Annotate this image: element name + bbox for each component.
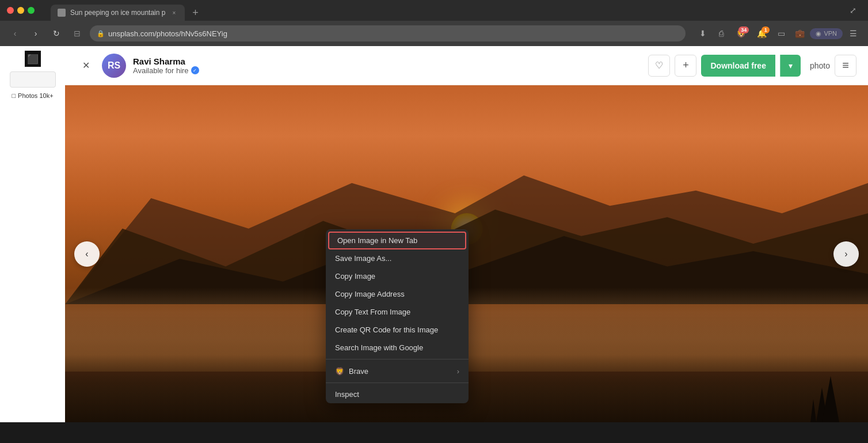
back-button[interactable]: ‹ bbox=[7, 25, 23, 41]
window-expand-icon: ⤢ bbox=[850, 6, 856, 15]
context-save-image[interactable]: Save Image As... bbox=[326, 249, 469, 267]
next-photo-button[interactable]: › bbox=[833, 241, 859, 267]
nav-bar: ‹ › ↻ ⊟ 🔒 unsplash.com/photos/hNv5s6NEYi… bbox=[0, 21, 868, 46]
wallet-button[interactable]: 💼 bbox=[791, 25, 808, 41]
browser-menu-button[interactable]: ☰ bbox=[845, 25, 861, 41]
chevron-down-icon: ▾ bbox=[789, 61, 793, 70]
bookmark-button[interactable]: ⊟ bbox=[69, 25, 85, 41]
reload-button[interactable]: ↻ bbox=[48, 25, 64, 41]
modal-header: ✕ RS Ravi Sharma Available for hire ✓ ♡ … bbox=[65, 46, 868, 85]
copy-text-from-image-label: Copy Text From Image bbox=[335, 308, 410, 316]
save-image-label: Save Image As... bbox=[335, 254, 391, 263]
open-new-tab-label: Open Image in New Tab bbox=[337, 236, 417, 245]
search-input[interactable] bbox=[10, 71, 56, 88]
chevron-left-icon: ‹ bbox=[85, 249, 88, 259]
download-label: Download free bbox=[710, 61, 766, 70]
user-status-text: Available for hire bbox=[133, 66, 189, 75]
add-to-collection-button[interactable]: + bbox=[675, 55, 696, 77]
heart-icon: ♡ bbox=[655, 60, 663, 71]
url-text: unsplash.com/photos/hNv5s6NEYig bbox=[108, 29, 227, 38]
browser-tab[interactable]: Sun peeping on ice mountain p × bbox=[51, 5, 185, 21]
avatar[interactable]: RS bbox=[102, 54, 126, 78]
unsplash-sidebar: ⬛ □ Photos 10k+ bbox=[0, 46, 65, 422]
context-create-qr-code[interactable]: Create QR Code for this Image bbox=[326, 321, 469, 339]
unsplash-logo[interactable]: ⬛ bbox=[25, 51, 41, 67]
user-status: Available for hire ✓ bbox=[133, 66, 199, 75]
nav-actions: ⬇ ⎙ 🦁 34 🔔 1 ▭ 💼 ◉ VPN ☰ bbox=[695, 25, 861, 41]
user-name[interactable]: Ravi Sharma bbox=[133, 56, 199, 66]
brave-label: Brave bbox=[349, 367, 368, 376]
verified-badge: ✓ bbox=[191, 66, 199, 74]
download-free-button[interactable]: Download free bbox=[701, 55, 775, 77]
user-info: RS Ravi Sharma Available for hire ✓ bbox=[102, 54, 648, 78]
context-menu: Open Image in New Tab Save Image As... C… bbox=[326, 229, 469, 403]
new-tab-button[interactable]: + bbox=[187, 5, 203, 21]
context-copy-text-from-image[interactable]: Copy Text From Image bbox=[326, 303, 469, 321]
tree-silhouette-right bbox=[724, 353, 839, 422]
vpn-icon: ◉ bbox=[816, 30, 821, 37]
like-button[interactable]: ♡ bbox=[648, 55, 670, 77]
main-content: ⬛ □ Photos 10k+ ✕ RS Ravi Sharma Availab… bbox=[0, 46, 868, 422]
tab-close-button[interactable]: × bbox=[170, 9, 178, 17]
copy-image-label: Copy Image bbox=[335, 272, 375, 281]
chevron-right-icon: › bbox=[844, 249, 847, 259]
title-bar: Sun peeping on ice mountain p × + ⤢ bbox=[0, 0, 868, 21]
traffic-lights bbox=[7, 7, 35, 14]
browser-chrome: Sun peeping on ice mountain p × + ⤢ ‹ › … bbox=[0, 0, 868, 46]
minimize-window-button[interactable] bbox=[17, 7, 24, 14]
close-window-button[interactable] bbox=[7, 7, 14, 14]
svg-marker-5 bbox=[810, 399, 816, 422]
tablet-mode-button[interactable]: ▭ bbox=[773, 25, 789, 41]
photo-area: ‹ › Open Image in New Tab Save Image As.… bbox=[65, 85, 868, 422]
tab-title: Sun peeping on ice mountain p bbox=[70, 9, 165, 17]
lock-icon: 🔒 bbox=[97, 30, 105, 37]
address-bar[interactable]: 🔒 unsplash.com/photos/hNv5s6NEYig bbox=[90, 25, 686, 41]
close-modal-button[interactable]: ✕ bbox=[77, 56, 95, 75]
vpn-label: VPN bbox=[824, 30, 837, 37]
inspect-label: Inspect bbox=[335, 390, 359, 399]
search-with-google-label: Search Image with Google bbox=[335, 343, 423, 352]
notification-badge: 1 bbox=[762, 26, 770, 33]
menu-icon: ≡ bbox=[842, 59, 849, 72]
context-search-with-google[interactable]: Search Image with Google bbox=[326, 339, 469, 357]
tab-favicon bbox=[58, 9, 66, 17]
download-page-button[interactable]: ⬇ bbox=[695, 25, 711, 41]
context-inspect[interactable]: Inspect bbox=[326, 385, 469, 403]
brave-count-badge: 34 bbox=[738, 26, 749, 33]
brave-rewards-button[interactable]: 🦁 34 bbox=[732, 25, 750, 41]
context-menu-divider bbox=[326, 359, 469, 359]
previous-photo-button[interactable]: ‹ bbox=[74, 241, 100, 267]
notification-button[interactable]: 🔔 1 bbox=[752, 25, 771, 41]
photo-modal: ✕ RS Ravi Sharma Available for hire ✓ ♡ … bbox=[65, 46, 868, 422]
svg-marker-4 bbox=[822, 376, 839, 422]
download-options-button[interactable]: ▾ bbox=[780, 55, 801, 77]
create-qr-code-label: Create QR Code for this Image bbox=[335, 325, 438, 334]
context-copy-image-address[interactable]: Copy Image Address bbox=[326, 285, 469, 303]
maximize-window-button[interactable] bbox=[28, 7, 35, 14]
forward-button[interactable]: › bbox=[28, 25, 44, 41]
submenu-arrow-icon: › bbox=[457, 367, 459, 376]
context-brave[interactable]: 🦁 Brave › bbox=[326, 362, 469, 380]
photo-link[interactable]: photo bbox=[810, 61, 830, 70]
photos-icon: □ bbox=[12, 92, 16, 99]
header-actions: ♡ + Download free ▾ photo ≡ bbox=[648, 55, 856, 77]
context-copy-image[interactable]: Copy Image bbox=[326, 267, 469, 285]
context-open-new-tab[interactable]: Open Image in New Tab bbox=[328, 232, 466, 249]
context-menu-divider-2 bbox=[326, 383, 469, 383]
photos-count-label: □ Photos 10k+ bbox=[12, 92, 53, 99]
more-options-button[interactable]: ≡ bbox=[835, 55, 856, 77]
plus-icon: + bbox=[683, 59, 689, 71]
user-details: Ravi Sharma Available for hire ✓ bbox=[133, 56, 199, 75]
share-button[interactable]: ⎙ bbox=[713, 25, 729, 41]
copy-image-address-label: Copy Image Address bbox=[335, 290, 405, 298]
brave-icon: 🦁 bbox=[335, 366, 344, 376]
vpn-button[interactable]: ◉ VPN bbox=[810, 28, 843, 39]
